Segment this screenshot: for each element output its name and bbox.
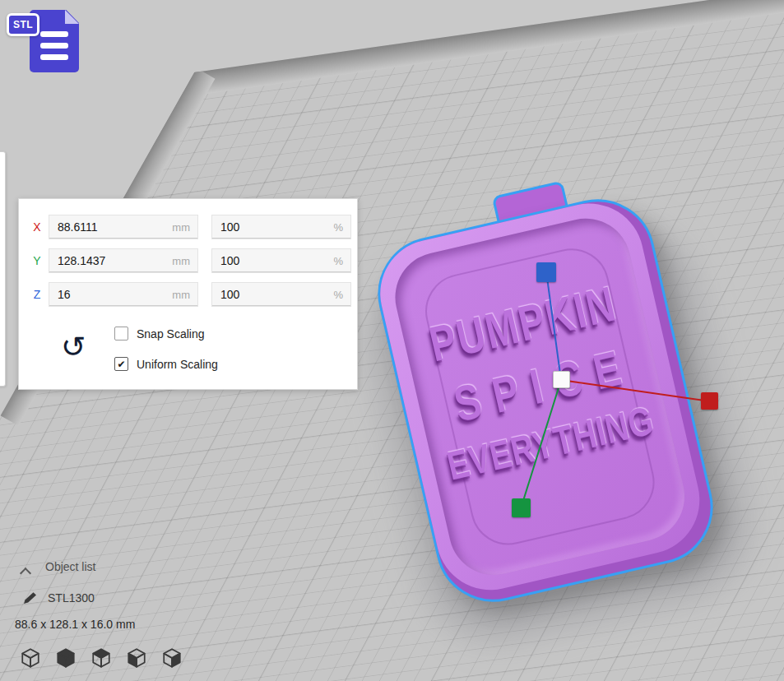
- view-left-icon[interactable]: [124, 646, 149, 669]
- scale-handle-center[interactable]: [553, 371, 570, 388]
- scale-x-mm-field: mm: [49, 215, 198, 239]
- scale-z-mm-field: mm: [49, 282, 198, 307]
- snap-scaling-row[interactable]: ✔ Snap Scaling: [114, 327, 205, 340]
- scale-y-mm-unit: mm: [172, 255, 197, 267]
- uniform-scaling-label: Uniform Scaling: [137, 358, 218, 371]
- model-dimensions: 88.6 x 128.1 x 16.0 mm: [15, 618, 135, 631]
- view-top-icon[interactable]: [89, 646, 114, 669]
- scale-handle-x[interactable]: [701, 392, 718, 410]
- pencil-icon: [23, 591, 38, 605]
- scale-z-percent-input[interactable]: [212, 288, 333, 301]
- snap-scaling-checkbox[interactable]: ✔: [114, 327, 128, 340]
- scale-x-percent-input[interactable]: [212, 220, 333, 234]
- view-3d-icon[interactable]: [18, 646, 43, 669]
- axis-label-z: Z: [30, 288, 44, 301]
- scale-y-percent-input[interactable]: [212, 254, 333, 267]
- view-front-icon[interactable]: [53, 646, 78, 669]
- scale-y-mm-field: mm: [49, 248, 198, 273]
- stl-badge: STL: [7, 13, 39, 36]
- object-name[interactable]: STL1300: [48, 591, 95, 605]
- scale-row-z: Z mm %: [30, 282, 351, 307]
- scale-row-y: Y mm %: [30, 248, 351, 273]
- scale-handle-z[interactable]: [536, 262, 556, 282]
- stl-document-line: [40, 43, 68, 49]
- stl-file-icon: STL: [7, 3, 82, 79]
- snap-scaling-label: Snap Scaling: [137, 327, 205, 340]
- scale-handle-y[interactable]: [512, 498, 531, 517]
- axis-label-y: Y: [30, 254, 44, 267]
- scale-z-mm-unit: mm: [172, 289, 197, 301]
- stl-document-fold: [65, 10, 79, 24]
- view-right-icon[interactable]: [160, 646, 184, 669]
- scale-y-percent-field: %: [211, 248, 351, 273]
- object-list-label[interactable]: Object list: [45, 560, 95, 573]
- viewport-3d[interactable]: PUMPKIN SPICE EVERYTHING X mm %: [0, 0, 784, 681]
- axis-label-x: X: [30, 220, 44, 234]
- check-icon: ✔: [117, 359, 125, 369]
- scale-x-percent-field: %: [211, 215, 351, 239]
- scale-z-percent-field: %: [211, 282, 351, 307]
- uniform-scaling-row[interactable]: ✔ Uniform Scaling: [114, 357, 218, 371]
- stl-document-line: [40, 54, 68, 60]
- scale-x-mm-input[interactable]: [49, 220, 172, 234]
- scale-z-percent-unit: %: [333, 289, 350, 301]
- scale-x-mm-unit: mm: [172, 221, 197, 234]
- scale-tool-panel: X mm % Y mm % Z mm: [18, 198, 358, 390]
- reset-scale-icon[interactable]: ↺: [57, 329, 90, 365]
- scale-x-percent-unit: %: [333, 221, 350, 234]
- scale-z-mm-input[interactable]: [49, 288, 172, 301]
- scale-row-x: X mm %: [30, 215, 351, 239]
- scale-y-percent-unit: %: [333, 255, 350, 267]
- left-toolbar-edge: [0, 151, 6, 387]
- view-preset-toolbar: [18, 646, 184, 669]
- scale-y-mm-input[interactable]: [49, 254, 172, 267]
- uniform-scaling-checkbox[interactable]: ✔: [114, 357, 128, 371]
- stl-document-line: [40, 31, 68, 37]
